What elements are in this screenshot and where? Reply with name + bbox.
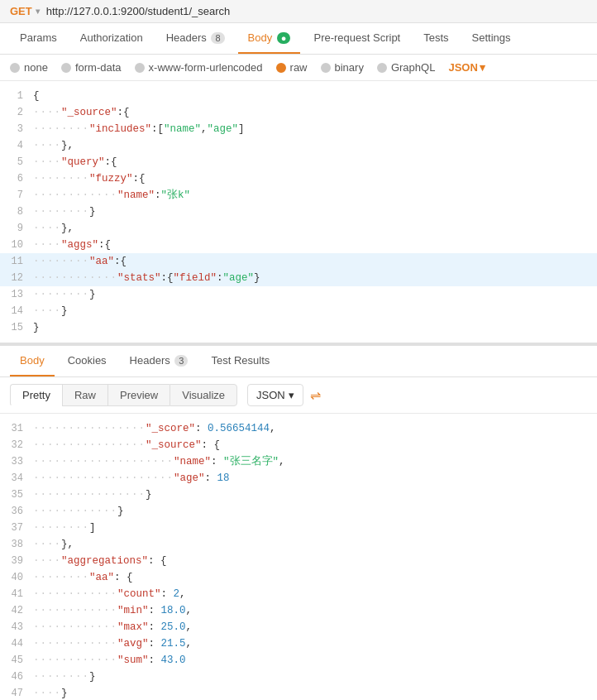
resp-line-47: 47 ····} bbox=[0, 685, 597, 700]
radio-raw bbox=[276, 63, 286, 73]
filter-icon[interactable]: ⇌ bbox=[310, 387, 321, 403]
req-line-12: 12 ············"stats":{"field":"age"} bbox=[0, 270, 597, 286]
format-bar: none form-data x-www-form-urlencoded raw… bbox=[0, 55, 597, 81]
method-label: GET bbox=[10, 5, 32, 17]
tab-pre-request-script[interactable]: Pre-request Script bbox=[303, 23, 410, 54]
headers-badge: 8 bbox=[211, 32, 224, 44]
req-line-6: 6 ········"fuzzy":{ bbox=[0, 170, 597, 187]
resp-line-45: 45 ············"sum": 43.0 bbox=[0, 652, 597, 669]
response-format-select[interactable]: JSON ▾ bbox=[247, 384, 303, 406]
response-format-chevron-icon: ▾ bbox=[289, 389, 294, 401]
format-form-data-label: form-data bbox=[75, 61, 122, 74]
resp-line-35: 35 ················} bbox=[0, 487, 597, 503]
req-line-11: 11 ········"aa":{ bbox=[0, 253, 597, 270]
method-select[interactable]: GET ▾ bbox=[10, 5, 40, 17]
json-format-dropdown[interactable]: JSON ▾ bbox=[448, 61, 485, 74]
response-format-label: JSON bbox=[256, 389, 285, 401]
resp-line-32: 32 ················"_source": { bbox=[0, 437, 597, 453]
resp-line-36: 36 ············} bbox=[0, 503, 597, 520]
json-format-label: JSON bbox=[448, 61, 477, 74]
resp-line-37: 37 ········] bbox=[0, 520, 597, 536]
tab-params[interactable]: Params bbox=[10, 23, 67, 54]
format-graphql[interactable]: GraphQL bbox=[377, 61, 435, 74]
radio-form-data bbox=[61, 63, 71, 73]
format-raw[interactable]: raw bbox=[276, 61, 308, 74]
response-headers-badge: 3 bbox=[174, 355, 188, 367]
resp-line-31: 31 ················"_score": 0.56654144, bbox=[0, 420, 597, 437]
tab-settings[interactable]: Settings bbox=[462, 23, 521, 54]
format-graphql-label: GraphQL bbox=[391, 61, 435, 74]
url-input[interactable] bbox=[46, 5, 587, 17]
json-chevron-icon: ▾ bbox=[480, 61, 485, 74]
resp-line-39: 39 ····"aggregations": { bbox=[0, 553, 597, 569]
req-line-14: 14 ····} bbox=[0, 303, 597, 319]
view-preview[interactable]: Preview bbox=[107, 384, 170, 406]
format-binary[interactable]: binary bbox=[321, 61, 364, 74]
format-urlencoded[interactable]: x-www-form-urlencoded bbox=[135, 61, 263, 74]
format-none[interactable]: none bbox=[10, 61, 48, 74]
req-line-13: 13 ········} bbox=[0, 286, 597, 303]
resp-line-41: 41 ············"count": 2, bbox=[0, 586, 597, 602]
resp-line-40: 40 ········"aa": { bbox=[0, 569, 597, 586]
request-body-editor[interactable]: 1 { 2 ····"_source":{ 3 ········"include… bbox=[0, 81, 597, 346]
url-bar: GET ▾ bbox=[0, 0, 597, 23]
tab-body[interactable]: Body ● bbox=[238, 23, 301, 54]
resp-line-33: 33 ····················"name": "张三名字", bbox=[0, 453, 597, 470]
resp-line-46: 46 ········} bbox=[0, 669, 597, 685]
response-tab-test-results[interactable]: Test Results bbox=[201, 346, 279, 376]
resp-line-43: 43 ············"max": 25.0, bbox=[0, 619, 597, 635]
format-urlencoded-label: x-www-form-urlencoded bbox=[149, 61, 263, 74]
req-line-3: 3 ········"includes":["name","age"] bbox=[0, 121, 597, 137]
method-chevron-icon: ▾ bbox=[36, 7, 40, 16]
req-line-8: 8 ········} bbox=[0, 204, 597, 220]
tab-headers[interactable]: Headers 8 bbox=[156, 23, 235, 54]
top-nav-tabs: Params Authorization Headers 8 Body ● Pr… bbox=[0, 23, 597, 55]
resp-line-38: 38 ····}, bbox=[0, 536, 597, 553]
view-visualize[interactable]: Visualize bbox=[170, 384, 237, 406]
response-body: 31 ················"_score": 0.56654144,… bbox=[0, 414, 597, 700]
radio-binary bbox=[321, 63, 331, 73]
response-tabs-bar: Body Cookies Headers 3 Test Results bbox=[0, 346, 597, 377]
response-tab-body[interactable]: Body bbox=[10, 346, 55, 376]
req-line-10: 10 ····"aggs":{ bbox=[0, 237, 597, 253]
resp-line-44: 44 ············"avg": 21.5, bbox=[0, 635, 597, 652]
radio-none bbox=[10, 63, 20, 73]
radio-graphql bbox=[377, 63, 387, 73]
resp-line-34: 34 ····················"age": 18 bbox=[0, 470, 597, 487]
req-line-7: 7 ············"name":"张k" bbox=[0, 187, 597, 204]
radio-urlencoded bbox=[135, 63, 145, 73]
resp-line-42: 42 ············"min": 18.0, bbox=[0, 602, 597, 619]
body-badge: ● bbox=[277, 32, 291, 44]
response-tab-cookies[interactable]: Cookies bbox=[58, 346, 117, 376]
view-pretty[interactable]: Pretty bbox=[10, 384, 62, 406]
format-none-label: none bbox=[24, 61, 48, 74]
response-tab-headers[interactable]: Headers 3 bbox=[120, 346, 198, 376]
format-form-data[interactable]: form-data bbox=[61, 61, 122, 74]
view-bar: Pretty Raw Preview Visualize JSON ▾ ⇌ bbox=[0, 377, 597, 414]
req-line-9: 9 ····}, bbox=[0, 220, 597, 237]
tab-authorization[interactable]: Authorization bbox=[70, 23, 153, 54]
req-line-2: 2 ····"_source":{ bbox=[0, 104, 597, 121]
req-line-4: 4 ····}, bbox=[0, 137, 597, 154]
view-raw[interactable]: Raw bbox=[62, 384, 107, 406]
req-line-1: 1 { bbox=[0, 88, 597, 104]
req-line-15: 15 } bbox=[0, 319, 597, 336]
tab-tests[interactable]: Tests bbox=[413, 23, 458, 54]
req-line-5: 5 ····"query":{ bbox=[0, 154, 597, 170]
format-raw-label: raw bbox=[290, 61, 308, 74]
format-binary-label: binary bbox=[335, 61, 364, 74]
